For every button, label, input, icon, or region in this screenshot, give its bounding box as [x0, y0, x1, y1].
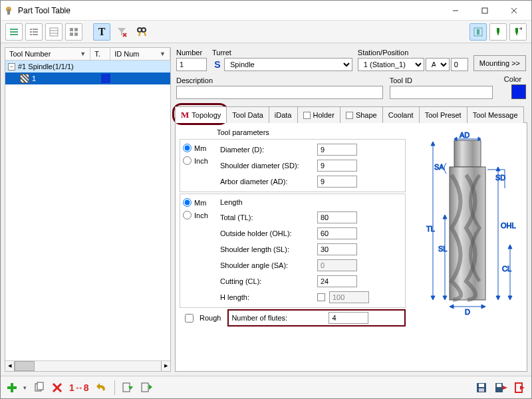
apply-button[interactable] [494, 382, 507, 394]
find-button[interactable] [133, 23, 150, 41]
total-label: Total (TL): [220, 213, 313, 221]
sort-icon: ▼ [160, 51, 166, 57]
tab-holder-label: Holder [313, 111, 334, 119]
tree-spindle-row[interactable]: − #1 Spindle(1/1/1) [5, 61, 170, 72]
total-input[interactable] [317, 211, 357, 223]
add-dropdown-icon[interactable]: ▾ [23, 384, 27, 391]
collapse-icon[interactable]: − [8, 63, 15, 70]
number-label: Number [176, 49, 207, 57]
length-group: Mm Inch Length Total (TL): Outside holde… [180, 194, 406, 308]
tab-toolpreset[interactable]: Tool Preset [419, 106, 467, 123]
length-units: Mm Inch [183, 198, 215, 303]
minimize-button[interactable] [441, 1, 470, 20]
list-view-2-button[interactable] [25, 23, 43, 41]
svg-marker-56 [481, 305, 485, 309]
station-select[interactable]: 1 (Station_1) [358, 58, 424, 71]
svg-rect-1 [7, 9, 10, 15]
svg-marker-46 [443, 215, 447, 219]
undo-button[interactable] [96, 383, 108, 392]
list-view-1-button[interactable] [5, 23, 23, 41]
svg-line-28 [144, 32, 146, 36]
number-input[interactable] [176, 58, 207, 71]
diameter-input[interactable] [317, 144, 357, 156]
import-button[interactable] [122, 382, 134, 394]
color-field: Color [499, 75, 526, 99]
scroll-thumb[interactable] [15, 361, 35, 371]
tab-idata[interactable]: iData [269, 106, 298, 123]
save-button[interactable] [475, 382, 487, 394]
svg-rect-12 [33, 31, 38, 33]
scroll-left-icon[interactable]: ◂ [5, 361, 15, 371]
list-view-4-button[interactable] [65, 23, 82, 41]
description-input[interactable] [176, 86, 383, 99]
scroll-right-icon[interactable]: ▸ [161, 361, 170, 371]
tab-tooldata[interactable]: Tool Data [226, 106, 269, 123]
svg-rect-58 [7, 386, 17, 389]
station-letter-select[interactable]: A [426, 58, 450, 71]
text-tool-button[interactable]: T [93, 23, 110, 41]
inch-radio-1[interactable]: Inch [183, 156, 215, 165]
renumber-button[interactable]: 1↔8 [69, 382, 89, 393]
tab-shape[interactable]: Shape [340, 106, 383, 123]
ohl-input[interactable] [317, 227, 357, 239]
delete-button[interactable] [52, 382, 63, 393]
footer-toolbar: ▾ 1↔8 [1, 376, 531, 398]
tool-parameters: Tool parameters Mm Inch Diameter (D): Sh… [180, 128, 406, 367]
hlen-checkbox[interactable] [317, 293, 325, 301]
svg-rect-65 [142, 383, 148, 392]
tool-view-3-button[interactable] [509, 23, 527, 41]
arbor-dia-input[interactable] [317, 176, 357, 188]
rough-checkbox[interactable] [185, 314, 194, 323]
station-label: Station/Position [358, 49, 468, 57]
col-id-num[interactable]: ID Num▼ [110, 48, 170, 60]
color-label: Color [504, 75, 521, 83]
tab-toolpreset-label: Tool Preset [425, 111, 462, 119]
mm-radio-2[interactable]: Mm [183, 198, 215, 207]
topology-panel: Tool parameters Mm Inch Diameter (D): Sh… [175, 123, 527, 372]
copy-button[interactable] [33, 382, 45, 394]
mounting-button[interactable]: Mounting >> [473, 55, 526, 71]
flutes-input[interactable] [329, 312, 368, 324]
exit-button[interactable] [514, 382, 526, 394]
add-button[interactable] [6, 382, 18, 394]
tab-coolant[interactable]: Coolant [382, 106, 420, 123]
turret-select[interactable]: Spindle [224, 58, 352, 71]
holder-checkbox[interactable] [303, 112, 311, 119]
svg-marker-50 [496, 296, 500, 300]
filter-clear-button[interactable] [113, 23, 130, 41]
svg-rect-7 [10, 31, 18, 33]
shoulder-dia-label: Shoulder diameter (SD): [220, 162, 313, 170]
description-field: Description [176, 76, 383, 99]
tab-topology[interactable]: MTopology [175, 106, 227, 123]
tool-view-1-button[interactable] [469, 23, 487, 41]
tree-hscrollbar[interactable]: ◂ ▸ [5, 360, 170, 371]
inch-label: Inch [194, 157, 208, 165]
tool-tree[interactable]: − #1 Spindle(1/1/1) 1 [5, 61, 170, 360]
sa-label: Shoulder angle (SA): [220, 261, 313, 269]
color-swatch-button[interactable] [511, 84, 526, 99]
tool-tree-panel: Tool Number▼ T. ID Num▼ − #1 Spindle(1/1… [5, 47, 171, 372]
toolid-input[interactable] [390, 86, 493, 99]
maximize-button[interactable] [470, 1, 499, 20]
shoulder-dia-input[interactable] [317, 160, 357, 172]
shape-checkbox[interactable] [346, 112, 353, 119]
tab-tooldata-label: Tool Data [232, 111, 263, 119]
close-button[interactable] [499, 1, 529, 20]
diameter-units: Mm Inch [183, 144, 215, 188]
col-tool-number[interactable]: Tool Number▼ [5, 48, 90, 60]
svg-rect-13 [30, 34, 32, 35]
tab-holder[interactable]: Holder [297, 106, 340, 123]
svg-rect-19 [74, 28, 78, 31]
col-t[interactable]: T. [90, 48, 110, 60]
export-button[interactable] [140, 382, 152, 394]
tool-view-2-button[interactable] [489, 23, 507, 41]
svg-rect-68 [479, 384, 484, 387]
station-offset-input[interactable] [451, 58, 468, 71]
tab-toolmessage[interactable]: Tool Message [467, 106, 524, 123]
cl-input[interactable] [317, 275, 357, 287]
list-view-3-button[interactable] [45, 23, 63, 41]
sl-input[interactable] [317, 243, 357, 255]
inch-radio-2[interactable]: Inch [183, 211, 215, 219]
tree-tool-row[interactable]: 1 [5, 72, 170, 84]
mm-radio-1[interactable]: Mm [183, 144, 215, 152]
